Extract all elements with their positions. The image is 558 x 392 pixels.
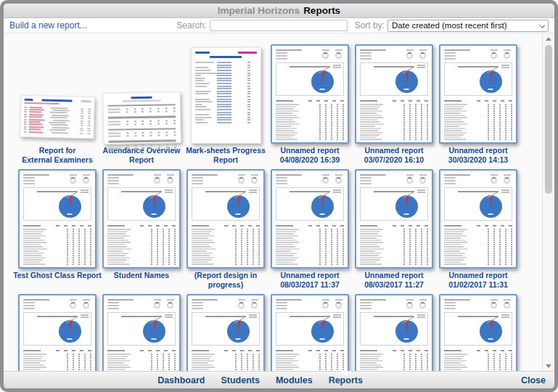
report-thumbnail[interactable] [436,292,520,371]
decor-ticks [235,261,260,263]
decor-line [276,134,295,136]
decor-line [238,52,257,54]
gauge-arc [491,177,497,184]
nav-item-students[interactable]: Students [221,375,259,385]
decor-line [107,302,119,303]
search-label: Search: [176,20,206,30]
decor-ticks [67,242,91,243]
report-page-preview [439,44,517,144]
report-thumbnail[interactable] [15,292,99,371]
preview-row [23,263,91,265]
decor-line [25,99,33,101]
report-thumbnail[interactable]: (Report design inprogress) [184,167,268,292]
report-thumbnail[interactable]: Unnamed report08/03/2017 11:27 [352,167,436,292]
report-page-preview [439,169,517,269]
decor-line [444,261,461,263]
decor-line [276,299,302,301]
decor-line [360,139,382,140]
nav-item-reports[interactable]: Reports [329,375,363,385]
scroll-down-button[interactable] [543,361,554,371]
preview-pie-chart [360,312,428,346]
decor-line [23,131,26,132]
scrollbar-thumb[interactable] [545,45,552,194]
close-button[interactable]: Close [521,375,546,385]
report-thumbnail[interactable]: Unnamed report01/02/2017 11:31 [436,167,520,292]
report-thumbnail[interactable]: Attendance OverviewReport [99,42,184,167]
scrollbar[interactable] [542,33,554,371]
decor-line [195,52,210,54]
decor-line [360,261,377,263]
preview-table-header [276,224,344,227]
decor-line [23,257,46,258]
report-page-preview [355,169,433,269]
decor-ticks [319,240,344,241]
decor-line [192,180,203,181]
decor-ticks [403,134,428,136]
decor-line [217,104,231,105]
gauge-icons [406,49,428,60]
decor-line [23,308,35,309]
search-input[interactable] [210,20,348,31]
decor-line [107,235,130,237]
decor-line [217,114,231,115]
decor-line [108,136,120,137]
report-thumbnail[interactable]: Student Names [99,167,184,292]
nav-item-modules[interactable]: Modules [276,375,313,385]
report-thumbnail[interactable]: Report forExternal Examiners [15,42,99,167]
scroll-up-button[interactable] [543,33,554,44]
decor-line [142,147,144,148]
report-thumbnail-image [352,42,436,144]
decor-line [157,135,160,136]
decor-line [192,358,210,359]
nav-item-dashboard[interactable]: Dashboard [157,375,205,385]
decor-line [81,108,83,110]
decor-ticks [488,242,512,243]
pie-icon [143,195,165,218]
decor-line [24,126,27,128]
sort-select[interactable]: Date created (most recent first) [387,20,549,32]
decor-line [88,113,91,115]
decor-line [192,257,214,258]
decor-line [192,183,203,184]
report-thumbnail[interactable] [352,292,436,371]
decor-ticks [488,360,512,362]
decor-ticks [403,235,428,237]
report-thumbnail[interactable] [99,292,184,371]
pie-label-line [67,338,73,340]
decor-line [23,259,43,261]
decor-ticks [403,250,428,252]
decor-ticks [403,237,428,239]
build-new-report-link[interactable]: Build a new report... [9,20,87,30]
decor-line [419,174,427,176]
decor-line [88,121,91,122]
report-thumbnail[interactable]: Unnamed report30/03/2020 14:13 [436,42,520,167]
report-thumbnail[interactable] [268,292,352,371]
decor-line [360,115,381,116]
gauge-arc [322,302,329,309]
decor-line [444,250,459,252]
report-thumbnail[interactable]: Unnamed report08/03/2017 11:37 [268,167,352,292]
decor-line [195,99,210,100]
report-thumbnail[interactable]: Mark-sheets ProgressReport [184,42,268,167]
decor-ticks [67,261,91,263]
decor-line [51,131,68,134]
decor-line [134,121,136,122]
decor-line [195,78,218,79]
report-label: Report forExternal Examiners [22,146,92,167]
report-thumbnail[interactable] [184,292,268,371]
decor-ticks [67,264,91,265]
preview-table-block [107,104,175,114]
report-thumbnail[interactable]: Unnamed report04/08/2020 16:39 [268,42,352,167]
decor-line [360,356,380,357]
decor-line [126,132,128,134]
decor-ticks [319,248,344,250]
report-thumbnail[interactable]: Unnamed report03/07/2020 16:10 [352,42,436,167]
decor-line [107,231,128,232]
preview-row [108,122,176,126]
decor-line [217,80,231,81]
decor-line [360,128,381,129]
decor-line [126,123,128,125]
decor-line [360,259,379,261]
report-thumbnail[interactable]: Test Ghost Class Report [15,167,99,292]
callout-label [81,314,89,316]
